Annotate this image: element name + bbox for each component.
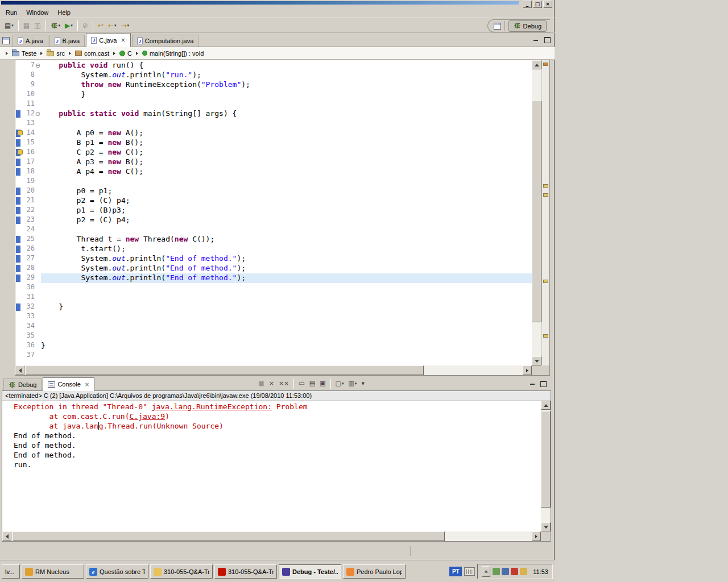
tray-status-icon-3[interactable] [511, 568, 518, 575]
scroll-right-button[interactable] [532, 531, 541, 541]
scroll-up-button[interactable] [541, 401, 551, 410]
console-tab-console[interactable]: Console× [43, 377, 94, 391]
scroll-left-button[interactable] [15, 365, 24, 375]
scrollbar-thumb[interactable] [26, 365, 424, 375]
code-line[interactable]: 13 [15, 119, 532, 128]
menu-run[interactable]: Run [1, 8, 22, 17]
code-line[interactable]: 10 } [15, 90, 532, 99]
console-output[interactable]: Exception in thread "Thread-0" java.lang… [2, 401, 551, 541]
taskbar-button[interactable]: RM Nucleus [22, 564, 84, 579]
scrollbar-thumb[interactable] [532, 101, 541, 322]
gutter-marker-cell[interactable] [15, 138, 22, 148]
close-button[interactable]: × [543, 1, 552, 8]
gutter-marker-cell[interactable] [15, 293, 22, 302]
window-titlebar[interactable] [1, 1, 519, 5]
minimize-button[interactable]: _ [523, 1, 532, 8]
breadcrumb-item[interactable]: C [119, 50, 132, 57]
taskbar-button[interactable]: eQuestão sobre T... [86, 564, 148, 579]
gutter-marker-cell[interactable] [15, 351, 22, 360]
breadcrumb-item[interactable]: main(String[]) : void [142, 50, 204, 57]
console-horizontal-scrollbar[interactable] [2, 531, 541, 541]
scroll-down-button[interactable] [532, 356, 541, 365]
code-line[interactable]: 21 p2 = (C) p4; [15, 196, 532, 206]
breadcrumb-item[interactable]: Teste [12, 50, 36, 57]
code-line[interactable]: 23 p2 = (C) p4; [15, 215, 532, 225]
gutter-marker-cell[interactable] [15, 302, 22, 312]
tray-status-icon-4[interactable] [520, 568, 527, 575]
gutter-marker-cell[interactable] [15, 80, 22, 90]
gutter-marker-cell[interactable] [15, 322, 22, 331]
keyboard-icon[interactable] [464, 567, 475, 576]
tray-status-icon-1[interactable] [493, 568, 500, 575]
code-line[interactable]: 27 System.out.println("End of method."); [15, 254, 532, 264]
menu-help[interactable]: Help [53, 8, 75, 17]
editor-tab-c-java[interactable]: JC.java× [86, 33, 131, 47]
code-line[interactable]: 28 System.out.println("End of method."); [15, 264, 532, 273]
tray-chevron-button[interactable]: « [482, 566, 490, 577]
gutter-marker-cell[interactable] [15, 119, 22, 128]
gutter-marker-cell[interactable] [15, 225, 22, 235]
gutter-marker-cell[interactable] [15, 61, 22, 70]
gutter-marker-cell[interactable] [15, 283, 22, 293]
editor-tab-computation-java[interactable]: JComputation.java [132, 35, 199, 47]
gutter-marker-cell[interactable] [15, 186, 22, 196]
scroll-right-button[interactable] [523, 365, 532, 375]
gutter-marker-cell[interactable] [15, 196, 22, 206]
console-vertical-scrollbar[interactable] [541, 401, 551, 531]
scroll-down-button[interactable] [541, 522, 551, 531]
gutter-marker-cell[interactable] [15, 167, 22, 177]
gutter-marker-cell[interactable] [15, 157, 22, 167]
taskbar-button-cut[interactable]: lv... [2, 564, 20, 579]
code-line[interactable]: 15 B p1 = new B(); [15, 138, 532, 148]
menu-window[interactable]: Window [22, 8, 53, 17]
close-tab-icon[interactable]: × [85, 381, 89, 388]
editor-tab-b-java[interactable]: JB.java [49, 35, 85, 47]
code-line[interactable]: 19 [15, 177, 532, 186]
code-line[interactable]: 24 [15, 225, 532, 235]
maximize-console-button[interactable] [539, 380, 549, 388]
gutter-marker-cell[interactable] [15, 215, 22, 225]
breadcrumb-item[interactable]: src [47, 50, 65, 57]
overview-ruler[interactable] [541, 60, 549, 365]
view-menu-icon[interactable]: ▾ [359, 378, 366, 389]
code-line[interactable]: 36} [15, 341, 532, 351]
code-line[interactable]: 12⊖ public static void main(String[] arg… [15, 109, 532, 119]
run-button[interactable]: ▶▾ [63, 20, 75, 31]
breadcrumb-expand-icon[interactable] [6, 52, 8, 55]
gutter-marker-cell[interactable] [15, 206, 22, 215]
code-line[interactable]: 35 [15, 331, 532, 341]
taskbar-button[interactable]: Pedro Paulo Lopes [343, 564, 406, 579]
gutter-marker-cell[interactable] [15, 341, 22, 351]
maximize-editor-button[interactable] [542, 36, 552, 44]
forward-icon[interactable]: →▾ [119, 20, 131, 31]
fold-marker[interactable]: ⊖ [35, 61, 41, 70]
close-tab-icon[interactable]: × [121, 37, 125, 43]
restore-button[interactable]: □ [533, 1, 542, 8]
code-line[interactable]: 26 t.start(); [15, 244, 532, 254]
breadcrumb-item[interactable]: com.cast [75, 50, 109, 57]
pin-console-icon[interactable]: ▣ [318, 378, 327, 389]
taskbar-button[interactable]: 310-055-Q&A-Tr... [214, 564, 277, 579]
code-line[interactable]: 17 A p3 = new B(); [15, 157, 532, 167]
tray-status-icon-2[interactable] [502, 568, 509, 575]
open-perspective-icon[interactable] [494, 23, 501, 30]
code-line[interactable]: 14 A p0 = new A(); [15, 128, 532, 138]
remove-all-launches-icon[interactable]: ×× [277, 378, 291, 389]
gutter-marker-cell[interactable] [15, 312, 22, 322]
code-line[interactable]: 29 System.out.println("End of method."); [15, 273, 532, 283]
scrollbar-thumb[interactable] [541, 411, 551, 508]
stacktrace-link[interactable]: C.java:9 [130, 412, 166, 421]
code-line[interactable]: 18 A p4 = new C(); [15, 167, 532, 177]
gutter-marker-cell[interactable] [15, 109, 22, 119]
scroll-up-button[interactable] [532, 60, 541, 69]
code-line[interactable]: 9 throw new RuntimeException("Problem"); [15, 80, 532, 90]
gutter-marker-cell[interactable] [15, 254, 22, 264]
gutter-marker-cell[interactable] [15, 148, 22, 157]
scroll-left-button[interactable] [2, 531, 11, 541]
code-line[interactable]: 7⊖ public void run() { [15, 61, 532, 70]
gutter-marker-cell[interactable] [15, 331, 22, 341]
minimize-console-button[interactable] [527, 380, 537, 388]
code-line[interactable]: 34 [15, 322, 532, 331]
gutter-marker-cell[interactable] [15, 90, 22, 99]
scrollbar-thumb[interactable] [13, 531, 445, 541]
